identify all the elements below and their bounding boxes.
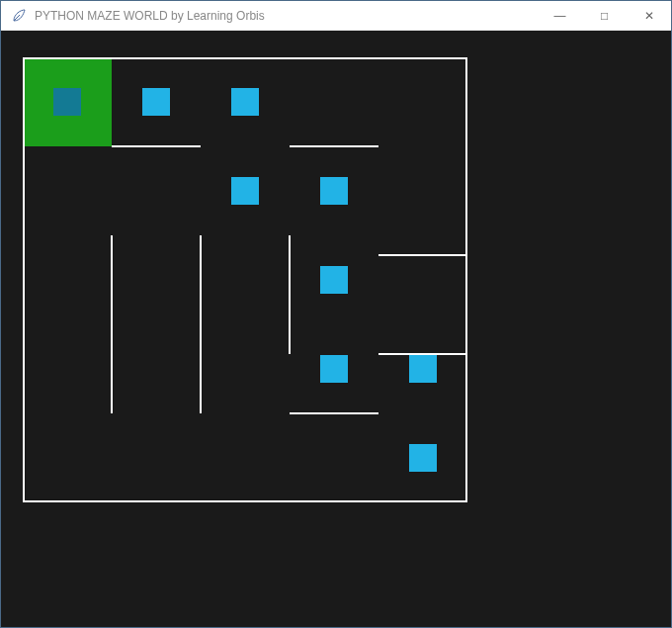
agent-marker bbox=[409, 444, 437, 472]
maze-wall bbox=[290, 412, 378, 414]
window-title: PYTHON MAZE WORLD by Learning Orbis bbox=[35, 9, 538, 23]
maze-wall bbox=[200, 235, 202, 413]
maximize-button[interactable]: □ bbox=[582, 1, 627, 31]
goal-marker bbox=[53, 88, 81, 116]
agent-marker bbox=[409, 355, 437, 383]
feather-icon bbox=[11, 8, 27, 24]
agent-marker bbox=[320, 177, 348, 205]
maze-canvas bbox=[23, 57, 467, 502]
titlebar[interactable]: PYTHON MAZE WORLD by Learning Orbis — □ … bbox=[1, 1, 671, 31]
minimize-button[interactable]: — bbox=[538, 1, 582, 31]
close-button[interactable]: ✕ bbox=[627, 1, 671, 31]
maze-wall bbox=[378, 353, 467, 355]
maze-wall bbox=[111, 235, 113, 413]
maze-wall bbox=[290, 145, 378, 147]
agent-marker bbox=[142, 88, 170, 116]
maze-wall bbox=[378, 254, 467, 256]
agent-marker bbox=[320, 355, 348, 383]
app-window: PYTHON MAZE WORLD by Learning Orbis — □ … bbox=[0, 0, 672, 628]
maze-wall bbox=[289, 235, 291, 354]
maze-wall bbox=[112, 145, 201, 147]
agent-marker bbox=[231, 88, 259, 116]
agent-marker bbox=[320, 266, 348, 294]
agent-marker bbox=[231, 177, 259, 205]
client-area bbox=[1, 31, 671, 627]
